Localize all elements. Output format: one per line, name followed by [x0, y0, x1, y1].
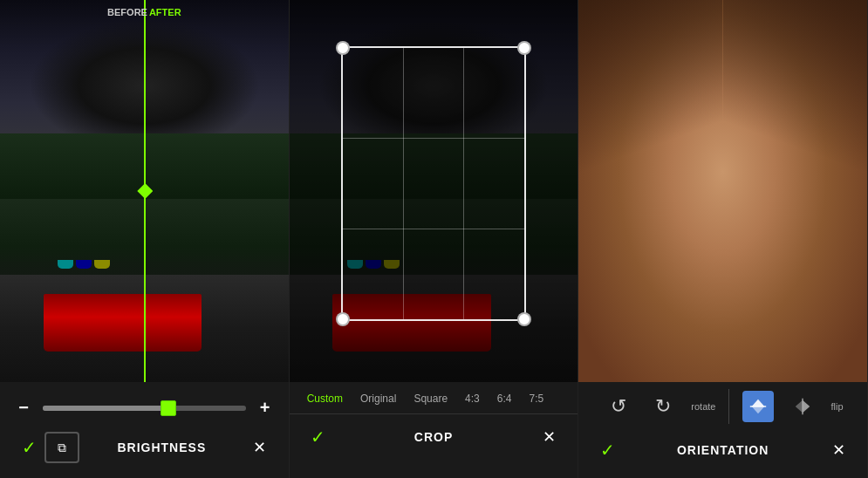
- brightness-tool-icon: ⧉: [44, 432, 79, 463]
- rotate-cw-icon: ↻: [647, 391, 679, 422]
- crop-image: [290, 0, 578, 382]
- portrait-image: [578, 0, 867, 382]
- orientation-controls: ↺ ↻ rotate: [578, 382, 867, 427]
- brightness-slider-track[interactable]: [43, 406, 246, 411]
- crop-cancel-button[interactable]: ✕: [533, 421, 564, 453]
- brightness-action-row: ✓ ⧉ BRIGHTNESS ✕: [13, 428, 276, 467]
- boats-colored: [58, 260, 110, 269]
- split-line[interactable]: [144, 0, 146, 382]
- flip-h-button[interactable]: [787, 391, 818, 422]
- brightness-image: BEFORE AFTER: [0, 0, 289, 382]
- crop-action-row: ✓ CROP ✕: [290, 414, 578, 460]
- crop-handle-bl[interactable]: [336, 312, 350, 326]
- boat-red: [44, 294, 202, 352]
- portrait-face: [578, 0, 867, 382]
- after-label: AFTER: [149, 7, 181, 17]
- rotate-label-group: rotate: [691, 401, 715, 412]
- brightness-panel: BEFORE AFTER − + ✓ ⧉ BRIGHTNESS ✕: [0, 0, 290, 478]
- orientation-toolbar: ↺ ↻ rotate: [578, 382, 867, 478]
- before-after-labels: BEFORE AFTER: [107, 7, 181, 17]
- brightness-toolbar: − + ✓ ⧉ BRIGHTNESS ✕: [0, 382, 289, 478]
- flip-v-button[interactable]: [742, 391, 774, 422]
- divider: [728, 389, 729, 424]
- orientation-action-row: ✓ ORIENTATION ✕: [578, 427, 867, 473]
- rotate-cw-button[interactable]: ↻: [647, 391, 679, 422]
- brightness-confirm-button[interactable]: ✓: [13, 432, 44, 463]
- crop-options-row: Custom Original Square 4:3 6:4 7:5: [290, 382, 578, 414]
- boat-yellow: [94, 260, 110, 269]
- hair-layer: [578, 0, 867, 382]
- crop-handle-tl[interactable]: [336, 41, 350, 55]
- boat-teal: [58, 260, 73, 269]
- flip-label-group: flip: [831, 401, 844, 412]
- brightness-cancel-button[interactable]: ✕: [244, 432, 276, 463]
- crop-option-6-4[interactable]: 6:4: [489, 389, 521, 408]
- rotate-ccw-icon: ↺: [603, 391, 634, 422]
- crop-grid-v2: [463, 48, 464, 319]
- crop-grid-v1: [403, 48, 404, 319]
- crop-handle-tr[interactable]: [517, 41, 531, 55]
- rotate-label: rotate: [691, 401, 715, 412]
- flip-horizontal-icon: [787, 391, 818, 422]
- crop-confirm-button[interactable]: ✓: [303, 421, 334, 453]
- dual-image-icon: ⧉: [58, 440, 66, 455]
- flip-vertical-icon: [742, 391, 774, 422]
- brightness-increase-button[interactable]: +: [255, 398, 276, 418]
- flip-label: flip: [831, 401, 844, 412]
- brightness-slider-thumb[interactable]: [161, 400, 176, 416]
- slider-row: − +: [13, 391, 276, 428]
- crop-box[interactable]: [341, 46, 526, 321]
- crop-grid-h2: [343, 229, 524, 229]
- brightness-label: BRIGHTNESS: [79, 440, 244, 454]
- crop-panel: Custom Original Square 4:3 6:4 7:5 ✓ CRO…: [290, 0, 579, 478]
- crop-label: CROP: [334, 430, 534, 444]
- brightness-slider-fill: [43, 406, 168, 411]
- before-label: BEFORE: [107, 7, 147, 17]
- orientation-panel: ↺ ↻ rotate: [578, 0, 868, 478]
- crop-grid-h1: [343, 138, 524, 139]
- orientation-cancel-button[interactable]: ✕: [823, 434, 854, 466]
- orientation-label: ORIENTATION: [623, 443, 823, 457]
- rotate-ccw-button[interactable]: ↺: [603, 391, 634, 422]
- crop-option-square[interactable]: Square: [405, 389, 456, 408]
- crop-option-original[interactable]: Original: [352, 389, 405, 408]
- orientation-confirm-button[interactable]: ✓: [591, 434, 623, 466]
- boat-blue: [76, 260, 92, 269]
- crop-option-4-3[interactable]: 4:3: [456, 389, 489, 408]
- crop-toolbar: Custom Original Square 4:3 6:4 7:5 ✓ CRO…: [290, 382, 578, 478]
- crop-option-7-5[interactable]: 7:5: [520, 389, 552, 408]
- crop-option-custom[interactable]: Custom: [298, 389, 352, 408]
- crop-handle-br[interactable]: [517, 312, 531, 326]
- brightness-decrease-button[interactable]: −: [13, 398, 34, 418]
